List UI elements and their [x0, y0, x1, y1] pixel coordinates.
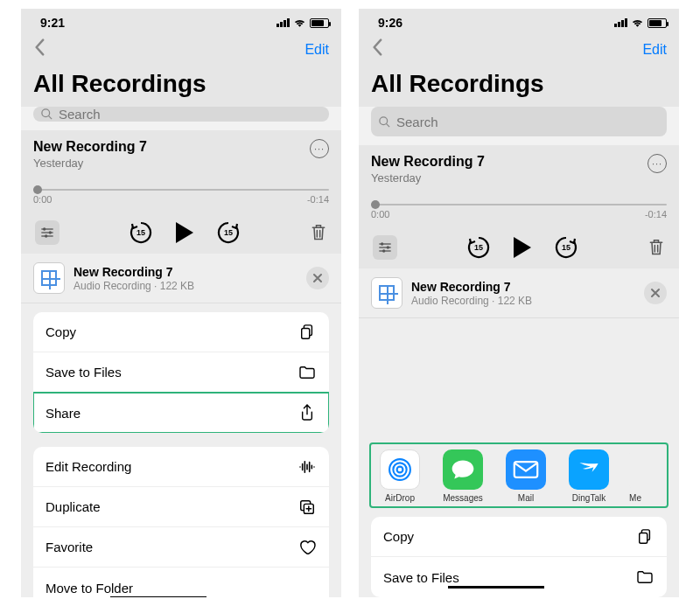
action-list: Copy Save to Files: [371, 517, 667, 597]
action-favorite[interactable]: Favorite: [33, 527, 329, 568]
more-app-icon: [629, 449, 641, 490]
action-duplicate[interactable]: Duplicate: [33, 487, 329, 527]
share-apps-row: AirDrop Messages Mail DingTalk: [369, 442, 668, 508]
share-app-mail[interactable]: Mail: [500, 449, 551, 503]
skip-back-icon[interactable]: 15: [466, 235, 491, 260]
share-title: New Recording 7: [411, 280, 532, 294]
delete-icon[interactable]: [648, 238, 665, 257]
signal-icon: [614, 18, 627, 27]
time-end: -0:14: [645, 209, 667, 219]
edit-button[interactable]: Edit: [304, 42, 329, 58]
search-icon: [40, 108, 53, 121]
close-icon[interactable]: [306, 267, 329, 289]
folder-icon: [635, 570, 654, 584]
playback-controls: 15 15: [371, 235, 667, 260]
app-label: Me: [629, 493, 641, 503]
recording-title: New Recording 7: [33, 139, 147, 155]
svg-line-13: [386, 123, 389, 127]
skip-back-icon[interactable]: 15: [129, 220, 153, 245]
copy-icon: [635, 528, 654, 546]
svg-line-1: [48, 115, 52, 119]
status-icons: [276, 16, 329, 30]
delete-icon[interactable]: [310, 223, 327, 242]
play-icon[interactable]: [176, 222, 193, 243]
share-sheet-header: New Recording 7 Audio Recording · 122 KB: [359, 268, 679, 318]
svg-point-5: [49, 231, 52, 233]
skip-forward-icon[interactable]: 15: [554, 235, 578, 260]
share-app-messages[interactable]: Messages: [438, 449, 488, 503]
playback-controls: 15 15: [33, 220, 329, 245]
options-sliders-icon[interactable]: [35, 220, 60, 245]
playback-scrubber[interactable]: 0:00-0:14: [371, 204, 667, 219]
share-app-airdrop[interactable]: AirDrop: [374, 449, 425, 503]
action-copy[interactable]: Copy: [371, 517, 667, 557]
recording-card: New Recording 7 Yesterday ··· 0:00-0:14 …: [359, 145, 679, 268]
signal-icon: [276, 18, 290, 27]
action-list-2: Edit Recording Duplicate Favorite Move t…: [33, 447, 329, 597]
svg-point-15: [381, 242, 383, 245]
back-chevron-icon[interactable]: [33, 38, 46, 61]
time-start: 0:00: [371, 209, 389, 219]
recording-file-icon: [371, 277, 402, 309]
more-options-icon[interactable]: ···: [310, 139, 329, 158]
action-move-to-folder[interactable]: Move to Folder: [33, 568, 329, 597]
status-bar: 9:21: [21, 9, 341, 31]
action-share[interactable]: Share: [33, 393, 329, 433]
action-edit-recording[interactable]: Edit Recording: [33, 447, 329, 487]
status-time: 9:26: [378, 16, 402, 30]
airdrop-icon: [380, 449, 420, 490]
action-label: Save to Files: [46, 365, 122, 380]
svg-point-19: [382, 249, 385, 252]
close-icon[interactable]: [644, 282, 667, 304]
play-icon[interactable]: [514, 237, 531, 258]
action-label: Copy: [46, 324, 76, 339]
svg-rect-9: [302, 328, 310, 338]
app-label: Mail: [518, 493, 534, 503]
action-label: Favorite: [46, 540, 93, 554]
action-copy[interactable]: Copy: [33, 312, 329, 352]
options-sliders-icon[interactable]: [373, 235, 397, 260]
more-options-icon[interactable]: ···: [648, 154, 667, 173]
share-subtitle: Audio Recording · 122 KB: [74, 280, 194, 292]
action-label: Edit Recording: [46, 459, 131, 474]
action-list-1: Copy Save to Files Share: [33, 312, 329, 433]
nav-bar: Edit: [359, 31, 679, 65]
search-input[interactable]: [59, 107, 322, 122]
search-input[interactable]: [396, 115, 660, 129]
action-label: Move to Folder: [46, 581, 133, 596]
phone-right: 9:26 Edit All Recordings New Recording 7…: [359, 9, 679, 597]
waveform-icon: [298, 460, 317, 474]
recording-card: New Recording 7 Yesterday ··· 0:00-0:14 …: [21, 130, 341, 254]
svg-point-17: [387, 246, 389, 248]
heart-icon: [298, 540, 317, 555]
app-label: AirDrop: [385, 493, 415, 503]
skip-forward-icon[interactable]: 15: [216, 220, 241, 245]
svg-point-0: [42, 109, 50, 117]
copy-icon: [298, 324, 317, 341]
battery-icon: [648, 18, 667, 28]
action-label: Share: [46, 406, 80, 421]
recording-subtitle: Yesterday: [371, 171, 485, 185]
nav-bar: Edit: [21, 31, 341, 65]
dingtalk-icon: [569, 449, 609, 490]
playback-scrubber[interactable]: 0:00-0:14: [33, 189, 329, 205]
duplicate-icon: [298, 498, 317, 516]
action-label: Save to Files: [383, 570, 459, 585]
share-app-more[interactable]: Me: [626, 449, 644, 503]
skip-back-seconds: 15: [474, 243, 483, 252]
svg-point-3: [43, 227, 46, 230]
share-app-dingtalk[interactable]: DingTalk: [564, 449, 614, 503]
svg-point-12: [380, 116, 388, 124]
search-bar[interactable]: [33, 107, 329, 122]
edit-button[interactable]: Edit: [642, 42, 667, 58]
wifi-icon: [293, 16, 306, 30]
back-chevron-icon[interactable]: [371, 38, 383, 61]
time-end: -0:14: [307, 194, 329, 205]
action-save-to-files[interactable]: Save to Files: [33, 352, 329, 393]
action-label: Copy: [383, 529, 414, 544]
recording-subtitle: Yesterday: [33, 157, 147, 170]
page-title: All Recordings: [359, 65, 679, 107]
search-bar[interactable]: [371, 107, 667, 136]
action-save-to-files[interactable]: Save to Files: [371, 557, 667, 597]
share-subtitle: Audio Recording · 122 KB: [411, 295, 532, 307]
